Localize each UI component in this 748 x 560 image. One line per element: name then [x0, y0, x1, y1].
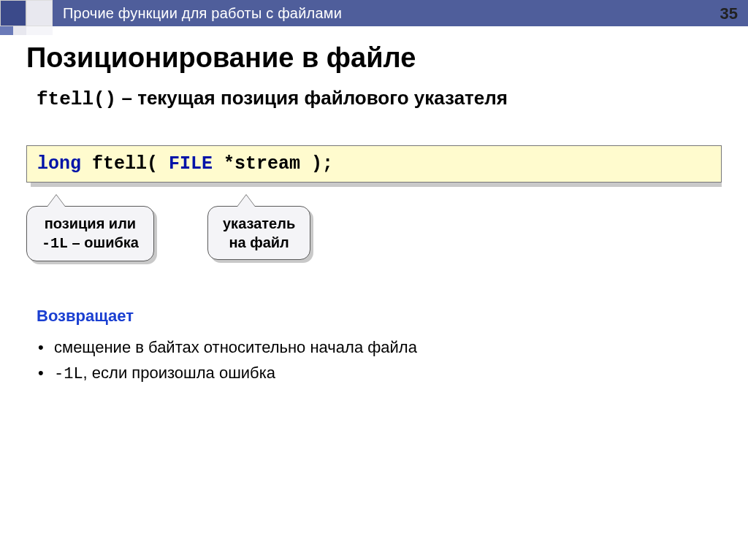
callout-line: указатель: [223, 214, 295, 233]
callout-line: позиция или: [42, 214, 139, 233]
list-item: смещение в байтах относительно начала фа…: [37, 334, 722, 360]
page-title: Позиционирование в файле: [26, 42, 722, 74]
keyword-long: long: [37, 153, 81, 174]
signature-code: long ftell( FILE *stream );: [26, 145, 722, 183]
content: Позиционирование в файле ftell() – текущ…: [26, 42, 722, 387]
breadcrumb: Прочие функции для работы с файлами: [53, 0, 748, 26]
list-text: , если произошла ошибка: [83, 364, 275, 382]
callout-line: на файл: [223, 233, 295, 252]
logo-icon: [0, 0, 53, 35]
func-call: ftell(: [92, 153, 158, 174]
page-number: 35: [720, 4, 738, 23]
list-text: смещение в байтах относительно начала фа…: [54, 338, 417, 356]
func-desc: текущая позиция файлового указателя: [137, 87, 508, 109]
dash: –: [121, 87, 131, 109]
signature-box: long ftell( FILE *stream );: [26, 145, 722, 183]
top-bar: Прочие функции для работы с файлами 35: [0, 0, 748, 35]
code-literal: -1L: [42, 235, 68, 252]
list-item: -1L, если произошла ошибка: [37, 360, 722, 387]
subtitle: ftell() – текущая позиция файлового указ…: [37, 87, 722, 110]
signature-rest: *stream );: [224, 153, 333, 174]
callouts: позиция или -1L – ошибка указатель на фа…: [26, 197, 722, 277]
callout-file-pointer: указатель на файл: [207, 206, 310, 260]
func-name: ftell(): [37, 88, 116, 110]
keyword-file: FILE: [169, 153, 213, 174]
callout-tail: – ошибка: [68, 234, 139, 250]
slide: Прочие функции для работы с файлами 35 П…: [0, 0, 748, 560]
callout-line: -1L – ошибка: [42, 233, 139, 253]
returns-header: Возвращает: [37, 307, 722, 326]
callout-return-value: позиция или -1L – ошибка: [26, 206, 154, 261]
returns-list: смещение в байтах относительно начала фа…: [37, 334, 722, 387]
returns-section: Возвращает смещение в байтах относительн…: [37, 307, 722, 387]
code-literal: -1L: [54, 365, 83, 383]
